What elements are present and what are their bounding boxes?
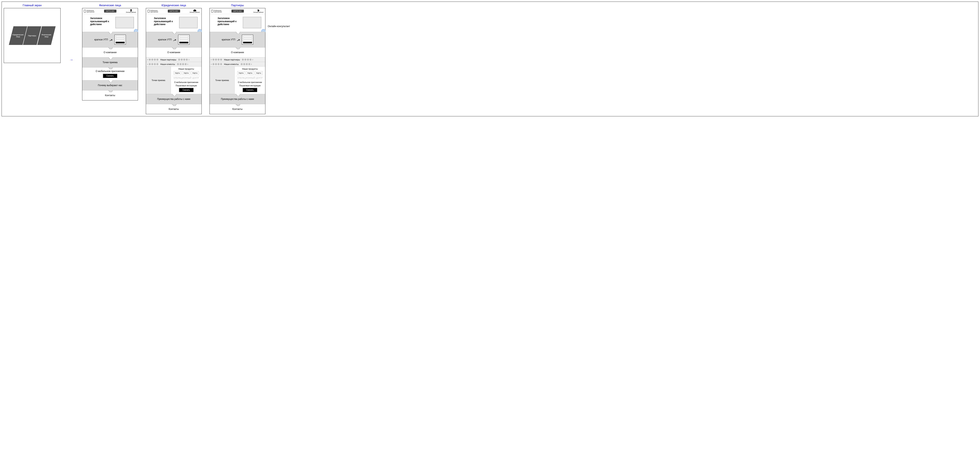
- carousel-dot[interactable]: [180, 63, 181, 65]
- carousel-dot[interactable]: [149, 63, 151, 65]
- cabinet-link[interactable]: Личный кабинет: [189, 9, 200, 13]
- carousel-dot[interactable]: [151, 59, 153, 61]
- points-block: Точки приема: [210, 67, 235, 94]
- carousel-dot[interactable]: [244, 59, 247, 61]
- carousel-dot[interactable]: [149, 59, 151, 61]
- carousel-dot[interactable]: [185, 63, 186, 65]
- carousel-dot[interactable]: [247, 59, 249, 61]
- carousel-dot[interactable]: [178, 59, 180, 61]
- products-title: Наши продукты: [242, 68, 258, 70]
- carousel-dot[interactable]: [248, 63, 250, 65]
- form-submit[interactable]: [243, 42, 252, 43]
- individuals-screen: Мобильное приложение КАРТА АЗС Личный ка…: [82, 8, 138, 100]
- form-field[interactable]: [179, 38, 188, 39]
- partners-carousel: ‹ Наши партнеры ›: [146, 57, 202, 62]
- carousel-dot[interactable]: [212, 59, 215, 61]
- carousel-dot[interactable]: [177, 63, 179, 65]
- hero-heading: Заголовок призывающий к действию: [154, 17, 177, 28]
- download-button[interactable]: Скачать: [179, 88, 194, 92]
- form-submit[interactable]: [179, 42, 188, 43]
- person-icon: [130, 9, 132, 11]
- carousel-dot[interactable]: [156, 59, 158, 61]
- carousel-dot[interactable]: [220, 59, 222, 61]
- instructions-link[interactable]: Пошаговые инструкции: [176, 85, 197, 87]
- form-field[interactable]: [179, 40, 188, 41]
- product-chip[interactable]: Карты: [182, 71, 190, 75]
- form-field[interactable]: [243, 40, 252, 41]
- chevron-left-icon[interactable]: ‹: [147, 63, 148, 65]
- form-field[interactable]: [116, 38, 125, 39]
- arrow-icon: ↗: [172, 37, 177, 43]
- carousel-dot[interactable]: [183, 59, 185, 61]
- carousel-dot[interactable]: [243, 63, 245, 65]
- utp-form[interactable]: [242, 35, 253, 45]
- chevron-right-icon[interactable]: ›: [188, 63, 188, 65]
- carousel-dot[interactable]: [215, 59, 217, 61]
- carousel-dot[interactable]: [241, 63, 243, 65]
- mobile-app-link-text[interactable]: О мобильном приложении: [174, 81, 198, 83]
- product-chip[interactable]: Карты: [191, 71, 199, 75]
- download-button[interactable]: Скачать: [103, 74, 118, 78]
- carousel-dot[interactable]: [186, 59, 188, 61]
- instructions-link[interactable]: Пошаговые инструкции: [239, 85, 261, 87]
- form-submit[interactable]: [116, 42, 125, 43]
- hero-image-placeholder: [179, 17, 197, 28]
- utp-form[interactable]: [115, 35, 126, 45]
- partners-screen: Мобильное приложение КАРТА АЗС Личный ка…: [210, 8, 266, 114]
- clients-carousel: ‹ Наши клиенты ›: [146, 62, 202, 66]
- mobile-app-link[interactable]: Мобильное приложение: [211, 10, 222, 13]
- arrow-icon: ↗: [236, 37, 241, 43]
- chevron-right-icon[interactable]: ›: [189, 58, 189, 61]
- product-chip[interactable]: Карты: [255, 71, 262, 75]
- hero-heading: Заголовок призывающий к действию: [90, 17, 113, 28]
- flow-arrow-icon: →: [70, 58, 73, 62]
- carousel-dot[interactable]: [182, 63, 184, 65]
- form-field[interactable]: [179, 36, 188, 37]
- chevron-left-icon[interactable]: ‹: [211, 63, 212, 65]
- form-field[interactable]: [243, 36, 252, 37]
- carousel-dot[interactable]: [218, 59, 220, 61]
- product-chip[interactable]: Карты: [237, 71, 245, 75]
- form-field[interactable]: [116, 40, 125, 41]
- main-frame: Юридические лица Партнеры Физические лиц…: [4, 8, 60, 63]
- carousel-dot[interactable]: [154, 59, 156, 61]
- map-badge[interactable]: КАРТА АЗС: [231, 10, 244, 13]
- form-field[interactable]: [243, 38, 252, 39]
- chevron-left-icon[interactable]: ‹: [147, 58, 148, 61]
- product-chip[interactable]: Карты: [173, 71, 181, 75]
- phone-icon: [84, 10, 86, 13]
- carousel-dot[interactable]: [218, 63, 220, 65]
- carousel-dot[interactable]: [156, 63, 158, 65]
- carousel-dot[interactable]: [215, 63, 217, 65]
- map-badge[interactable]: КАРТА АЗС: [104, 10, 116, 13]
- briefcase-icon: [194, 9, 196, 11]
- download-button[interactable]: Скачать: [243, 88, 257, 92]
- product-chip[interactable]: Карты: [246, 71, 254, 75]
- hero-heading: Заголовок призывающий к действию: [218, 17, 241, 28]
- carousel-dot[interactable]: [212, 63, 215, 65]
- carousel-dot[interactable]: [242, 59, 244, 61]
- consultant-annotation: Онлайн-консультант: [268, 25, 290, 28]
- op-center-label: ОПЕРАЦИОННЫЙ ЦЕНТР: [236, 76, 264, 80]
- chevron-right-icon[interactable]: ›: [252, 58, 253, 61]
- cabinet-link[interactable]: Личный кабинет: [253, 9, 264, 13]
- carousel-dot[interactable]: [220, 63, 222, 65]
- carousel-dot[interactable]: [250, 59, 251, 61]
- mobile-app-link-text[interactable]: О мобильном приложении: [238, 81, 262, 83]
- chevron-right-icon[interactable]: ›: [251, 63, 252, 65]
- mobile-app-link[interactable]: Мобильное приложение: [84, 10, 94, 13]
- carousel-dot[interactable]: [181, 59, 183, 61]
- carousel-dot[interactable]: [246, 63, 248, 65]
- hero-image-placeholder: [243, 17, 261, 28]
- handshake-icon: [257, 9, 260, 12]
- screen-title-main: Главный экран: [23, 4, 41, 7]
- mobile-app-link[interactable]: Мобильное приложение: [148, 10, 158, 13]
- map-badge[interactable]: КАРТА АЗС: [168, 10, 180, 13]
- carousel-dot[interactable]: [151, 63, 153, 65]
- utp-form[interactable]: [178, 35, 189, 45]
- audience-tiles: Юридические лица Партнеры Физические лиц…: [11, 26, 53, 45]
- form-field[interactable]: [116, 36, 125, 37]
- carousel-dot[interactable]: [154, 63, 156, 65]
- cabinet-link[interactable]: Личный кабинет: [126, 9, 136, 13]
- chevron-left-icon[interactable]: ‹: [211, 58, 212, 61]
